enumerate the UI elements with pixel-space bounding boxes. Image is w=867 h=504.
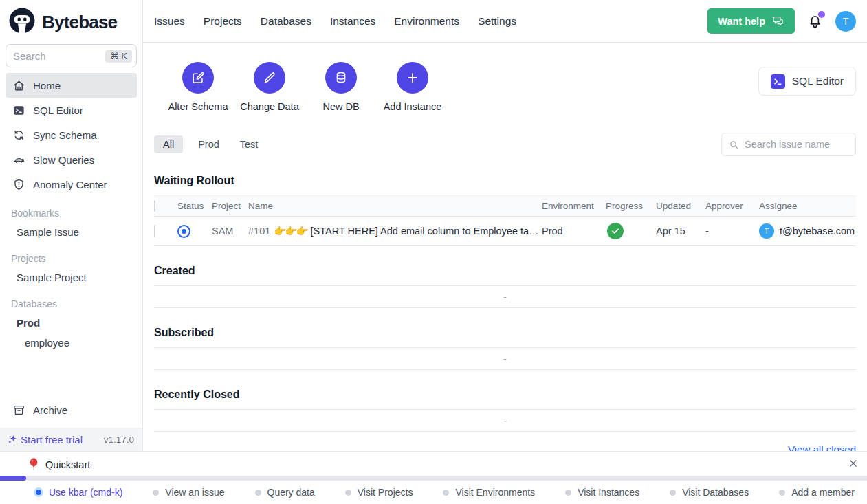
section-title-recently-closed: Recently Closed bbox=[154, 388, 856, 409]
quickstart-item-label: Visit Projects bbox=[358, 487, 413, 498]
notification-bell-button[interactable] bbox=[807, 13, 823, 29]
issue-id: #101 bbox=[248, 226, 270, 237]
sidebar-item-label: Archive bbox=[33, 404, 67, 416]
table-header-row: Status Project Name Environment Progress… bbox=[154, 195, 856, 217]
bytebase-app: Bytebase Search ⌘ K Home SQL Editor bbox=[0, 0, 867, 504]
sql-editor-button[interactable]: SQL Editor bbox=[758, 67, 856, 96]
sidebar-item-label: Anomaly Center bbox=[33, 179, 107, 190]
quick-action-label: New DB bbox=[322, 101, 359, 112]
quickstart-item-use-kbar[interactable]: Use kbar (cmd-k) bbox=[34, 487, 122, 498]
archive-icon bbox=[12, 404, 25, 417]
status-in-progress-icon bbox=[177, 225, 190, 238]
section-title-waiting-rollout: Waiting Rollout bbox=[154, 175, 856, 195]
sidebar-item-employee[interactable]: employee bbox=[0, 333, 142, 353]
nav-settings[interactable]: Settings bbox=[478, 15, 516, 28]
waiting-rollout-table: Status Project Name Environment Progress… bbox=[154, 195, 856, 246]
nav-environments[interactable]: Environments bbox=[394, 15, 459, 28]
sidebar-item-label: SQL Editor bbox=[33, 105, 83, 116]
quickstart-item-visit-instances[interactable]: Visit Instances bbox=[565, 487, 639, 498]
start-free-trial-link[interactable]: Start free trial bbox=[7, 434, 83, 446]
column-header-updated: Updated bbox=[656, 201, 705, 211]
sidebar: Bytebase Search ⌘ K Home SQL Editor bbox=[0, 0, 143, 451]
sidebar-item-label: Home bbox=[33, 80, 61, 91]
want-help-button[interactable]: Want help bbox=[707, 8, 795, 34]
environment-tabs: All Prod Test Search issue name bbox=[154, 133, 856, 156]
nav-instances[interactable]: Instances bbox=[330, 15, 375, 28]
section-title-created: Created bbox=[154, 265, 856, 285]
sidebar-item-home[interactable]: Home bbox=[6, 73, 137, 98]
sidebar-search-input[interactable]: Search ⌘ K bbox=[6, 44, 137, 67]
sidebar-item-anomaly-center[interactable]: Anomaly Center bbox=[6, 172, 137, 197]
quickstart-item-label: Use kbar (cmd-k) bbox=[49, 487, 122, 498]
progress-done-icon bbox=[607, 223, 624, 239]
main-content: Issues Projects Databases Instances Envi… bbox=[143, 0, 867, 451]
user-avatar[interactable]: T bbox=[835, 11, 856, 32]
column-header-progress: Progress bbox=[606, 201, 656, 211]
step-dot-icon bbox=[670, 490, 676, 496]
select-all-checkbox[interactable] bbox=[154, 200, 155, 212]
issue-project: SAM bbox=[212, 226, 248, 237]
version-label: v1.17.0 bbox=[104, 435, 134, 445]
view-all-closed-link[interactable]: View all closed bbox=[788, 443, 856, 451]
quickstart-item-add-member[interactable]: Add a member bbox=[779, 487, 855, 498]
issue-row[interactable]: SAM #101 👉👉👉 [START HERE] Add email colu… bbox=[154, 217, 856, 246]
column-header-approver: Approver bbox=[705, 201, 759, 211]
add-instance-button[interactable]: Add Instance bbox=[380, 62, 446, 112]
sidebar-item-sample-issue[interactable]: Sample Issue bbox=[0, 222, 142, 242]
sidebar-item-slow-queries[interactable]: Slow Queries bbox=[6, 147, 137, 172]
bytebase-logo-icon bbox=[8, 8, 36, 36]
column-header-status: Status bbox=[177, 201, 212, 211]
sidebar-item-sample-project[interactable]: Sample Project bbox=[0, 267, 142, 287]
brand-logo[interactable]: Bytebase bbox=[0, 0, 142, 43]
tab-prod[interactable]: Prod bbox=[198, 139, 219, 150]
step-dot-icon bbox=[443, 490, 449, 496]
quickstart-item-visit-databases[interactable]: Visit Databases bbox=[670, 487, 749, 498]
nav-projects[interactable]: Projects bbox=[204, 15, 242, 28]
quickstart-item-view-issue[interactable]: View an issue bbox=[153, 487, 224, 498]
assignee-avatar: T bbox=[759, 223, 774, 239]
tab-test[interactable]: Test bbox=[240, 139, 259, 150]
sidebar-item-label: Slow Queries bbox=[33, 154, 94, 166]
balloon-icon bbox=[29, 458, 39, 471]
step-dot-icon bbox=[345, 490, 351, 496]
sidebar-item-archive[interactable]: Archive bbox=[6, 397, 137, 422]
alter-schema-button[interactable]: Alter Schema bbox=[165, 62, 231, 112]
step-dot-icon bbox=[565, 490, 571, 496]
keyboard-shortcut-badge: ⌘ K bbox=[105, 50, 132, 63]
quickstart-progress-fill bbox=[0, 476, 26, 481]
quickstart-item-query-data[interactable]: Query data bbox=[255, 487, 315, 498]
home-page: Alter Schema Change Data bbox=[143, 43, 867, 451]
sidebar-spacer bbox=[0, 353, 142, 397]
step-dot-icon bbox=[255, 490, 261, 496]
nav-databases[interactable]: Databases bbox=[261, 15, 311, 28]
column-header-name: Name bbox=[248, 201, 542, 211]
search-icon bbox=[729, 140, 739, 150]
quickstart-title: Quickstart bbox=[45, 459, 90, 470]
column-header-project: Project bbox=[212, 201, 248, 211]
turtle-icon bbox=[12, 153, 25, 166]
top-nav: Issues Projects Databases Instances Envi… bbox=[154, 15, 516, 28]
issue-approver: - bbox=[705, 226, 759, 237]
step-dot-icon bbox=[153, 490, 159, 496]
issue-updated: Apr 15 bbox=[656, 226, 705, 237]
tab-all[interactable]: All bbox=[154, 135, 183, 153]
new-db-button[interactable]: New DB bbox=[308, 62, 374, 112]
sidebar-item-sql-editor[interactable]: SQL Editor bbox=[6, 98, 137, 122]
sync-icon bbox=[12, 129, 25, 142]
issue-search-placeholder: Search issue name bbox=[745, 139, 830, 150]
step-dot-icon bbox=[779, 490, 785, 496]
change-data-button[interactable]: Change Data bbox=[237, 62, 303, 112]
close-icon[interactable] bbox=[848, 459, 858, 468]
quickstart-item-visit-environments[interactable]: Visit Environments bbox=[443, 487, 535, 498]
nav-issues[interactable]: Issues bbox=[154, 15, 185, 28]
column-header-environment: Environment bbox=[542, 201, 606, 211]
quickstart-item-label: Visit Databases bbox=[682, 487, 749, 498]
brand-name: Bytebase bbox=[42, 12, 117, 33]
quick-actions: Alter Schema Change Data bbox=[165, 62, 856, 112]
row-checkbox[interactable] bbox=[154, 225, 155, 237]
pencil-icon bbox=[262, 70, 277, 85]
quickstart-item-visit-projects[interactable]: Visit Projects bbox=[345, 487, 413, 498]
sidebar-item-sync-schema[interactable]: Sync Schema bbox=[6, 122, 137, 147]
issue-search-input[interactable]: Search issue name bbox=[721, 133, 856, 156]
sidebar-item-prod[interactable]: Prod bbox=[0, 313, 142, 333]
